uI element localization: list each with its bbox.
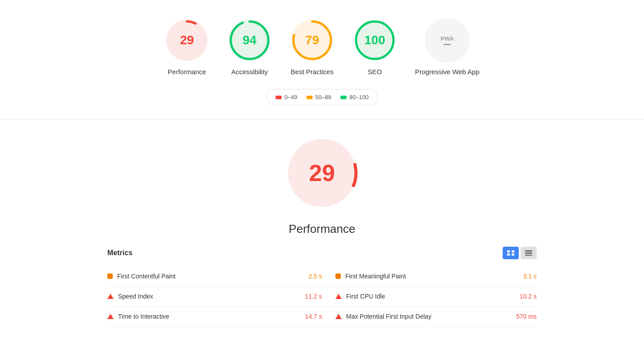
metrics-grid: First Contentful Paint 2.5 s First Meani… (107, 266, 537, 327)
metric-max-potential-fid: Max Potential First Input Delay 570 ms (322, 307, 537, 327)
pwa-text: PWA (441, 35, 454, 42)
metric-value: 10.2 s (520, 293, 537, 300)
score-cards: 29 Performance 94 Accessibility (165, 18, 479, 76)
metric-value: 570 ms (516, 313, 537, 320)
svg-rect-14 (512, 250, 514, 253)
seo-label: SEO (368, 68, 382, 76)
metric-value: 11.2 s (305, 293, 322, 300)
metrics-header: Metrics (107, 247, 537, 259)
large-performance-circle: 29 (282, 133, 362, 213)
list-view-button[interactable] (521, 247, 537, 259)
metric-name: First Meaningful Paint (345, 273, 519, 280)
view-toggle (503, 247, 537, 259)
accessibility-score: 94 (242, 33, 256, 47)
metrics-section: Metrics (107, 247, 537, 327)
seo-circle: 100 (352, 18, 397, 63)
metric-name: Max Potential First Input Delay (346, 313, 512, 320)
metric-first-meaningful-paint: First Meaningful Paint 3.1 s (322, 266, 537, 286)
best-practices-label: Best Practices (291, 68, 334, 76)
accessibility-label: Accessibility (231, 68, 268, 76)
performance-section-title: Performance (289, 222, 356, 236)
best-practices-score: 79 (305, 33, 319, 47)
legend-fail-range: 0–49 (284, 94, 297, 101)
legend-average-dot (306, 96, 313, 99)
triangle-icon (107, 294, 114, 299)
accessibility-circle: 94 (227, 18, 272, 63)
svg-rect-16 (512, 253, 514, 256)
legend-pass-dot (340, 96, 347, 99)
metric-first-contentful-paint: First Contentful Paint 2.5 s (107, 266, 322, 286)
square-icon (335, 274, 341, 279)
legend-average-range: 50–89 (315, 94, 331, 101)
triangle-icon (107, 314, 114, 319)
metric-speed-index: Speed Index 11.2 s (107, 286, 322, 307)
legend-pass: 90–100 (340, 94, 369, 101)
grid-icon (507, 250, 514, 256)
list-icon (525, 250, 532, 256)
metric-name: First Contentful Paint (117, 273, 304, 280)
bottom-section: 29 Performance Metrics (0, 119, 644, 340)
svg-rect-18 (525, 253, 532, 254)
svg-rect-15 (507, 253, 510, 256)
score-legend: 0–49 50–89 90–100 (266, 89, 378, 105)
score-card-pwa[interactable]: PWA Progressive Web App (415, 18, 479, 76)
score-card-best-practices[interactable]: 79 Best Practices (290, 18, 335, 76)
metric-first-cpu-idle: First CPU Idle 10.2 s (322, 286, 537, 307)
metric-name: Speed Index (118, 293, 301, 300)
legend-average: 50–89 (306, 94, 331, 101)
legend-fail-dot (275, 96, 282, 99)
metric-value: 14.7 s (305, 313, 322, 320)
score-card-seo[interactable]: 100 SEO (352, 18, 397, 76)
performance-score: 29 (180, 33, 194, 47)
top-section: 29 Performance 94 Accessibility (0, 0, 644, 119)
metric-value: 3.1 s (523, 273, 537, 280)
legend-pass-range: 90–100 (349, 94, 369, 101)
pwa-label: Progressive Web App (415, 68, 479, 76)
grid-view-button[interactable] (503, 247, 519, 259)
svg-rect-17 (525, 250, 532, 252)
svg-rect-13 (507, 250, 510, 253)
metric-value: 2.5 s (309, 273, 322, 280)
triangle-icon (335, 314, 342, 319)
performance-label: Performance (168, 68, 206, 76)
metric-name: First CPU Idle (346, 293, 515, 300)
best-practices-circle: 79 (290, 18, 335, 63)
seo-score: 100 (364, 33, 386, 47)
score-card-accessibility[interactable]: 94 Accessibility (227, 18, 272, 76)
pwa-dash (444, 44, 451, 45)
square-icon (107, 274, 113, 279)
legend-fail: 0–49 (275, 94, 297, 101)
large-performance-score: 29 (309, 160, 335, 186)
pwa-circle: PWA (425, 18, 470, 63)
metric-time-to-interactive: Time to Interactive 14.7 s (107, 307, 322, 327)
svg-rect-19 (525, 255, 532, 256)
metrics-title: Metrics (107, 249, 132, 257)
triangle-icon (335, 294, 342, 299)
metric-name: Time to Interactive (118, 313, 301, 320)
performance-circle: 29 (165, 18, 209, 63)
score-card-performance[interactable]: 29 Performance (165, 18, 209, 76)
